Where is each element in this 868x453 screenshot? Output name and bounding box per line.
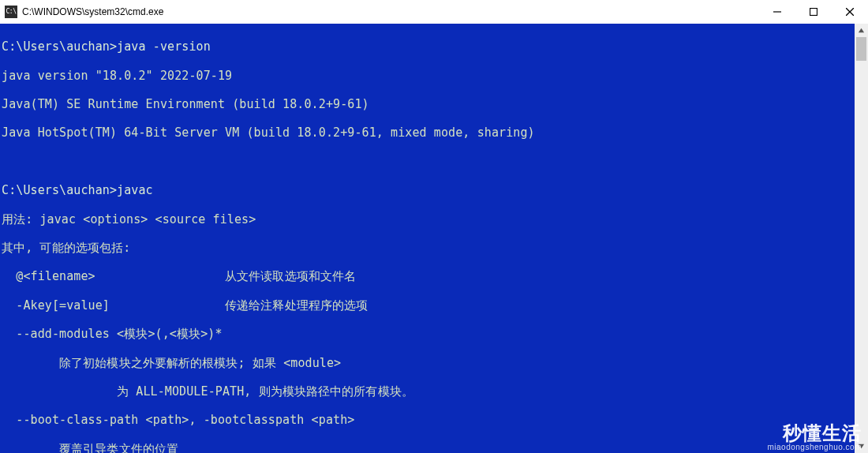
output-line: Java(TM) SE Runtime Environment (build 1… — [2, 97, 855, 111]
svg-rect-1 — [810, 9, 817, 16]
scrollbar-track[interactable] — [855, 37, 868, 440]
cmd-icon: C:\ — [5, 6, 17, 18]
prompt-line: C:\Users\auchan>java -version — [2, 39, 855, 54]
option-line: @<filename> 从文件读取选项和文件名 — [2, 269, 855, 283]
watermark-title: 秒懂生活 — [767, 424, 862, 443]
maximize-button[interactable] — [795, 0, 832, 24]
option-line: 覆盖引导类文件的位置 — [2, 442, 855, 453]
client-area: C:\Users\auchan>java -version java versi… — [0, 24, 868, 453]
scrollbar-thumb[interactable] — [856, 37, 866, 61]
prompt-line: C:\Users\auchan>javac — [2, 183, 855, 197]
terminal-output[interactable]: C:\Users\auchan>java -version java versi… — [2, 25, 855, 453]
window-title: C:\WINDOWS\system32\cmd.exe — [22, 6, 759, 17]
option-line: -Akey[=value] 传递给注释处理程序的选项 — [2, 298, 855, 313]
output-line: 用法: javac <options> <source files> — [2, 212, 855, 226]
option-line: --add-modules <模块>(,<模块>)* — [2, 327, 855, 341]
output-line: Java HotSpot(TM) 64-Bit Server VM (build… — [2, 125, 855, 140]
cmd-window: C:\ C:\WINDOWS\system32\cmd.exe C:\Users… — [0, 0, 868, 453]
watermark-url: miaodongshenghuo.com — [767, 443, 862, 451]
close-button[interactable] — [832, 0, 868, 24]
option-line: 除了初始模块之外要解析的根模块; 如果 <module> — [2, 356, 855, 370]
titlebar[interactable]: C:\ C:\WINDOWS\system32\cmd.exe — [0, 0, 868, 24]
option-line: --boot-class-path <path>, -bootclasspath… — [2, 413, 855, 427]
output-line — [2, 155, 855, 169]
watermark: 秒懂生活 miaodongshenghuo.com — [767, 424, 862, 451]
scroll-up-arrow-icon[interactable] — [855, 24, 868, 37]
output-line: 其中, 可能的选项包括: — [2, 241, 855, 255]
option-line: 为 ALL-MODULE-PATH, 则为模块路径中的所有模块。 — [2, 384, 855, 399]
minimize-button[interactable] — [759, 0, 795, 24]
svg-marker-4 — [859, 28, 864, 32]
vertical-scrollbar[interactable] — [855, 24, 868, 453]
output-line: java version "18.0.2" 2022-07-19 — [2, 69, 855, 83]
